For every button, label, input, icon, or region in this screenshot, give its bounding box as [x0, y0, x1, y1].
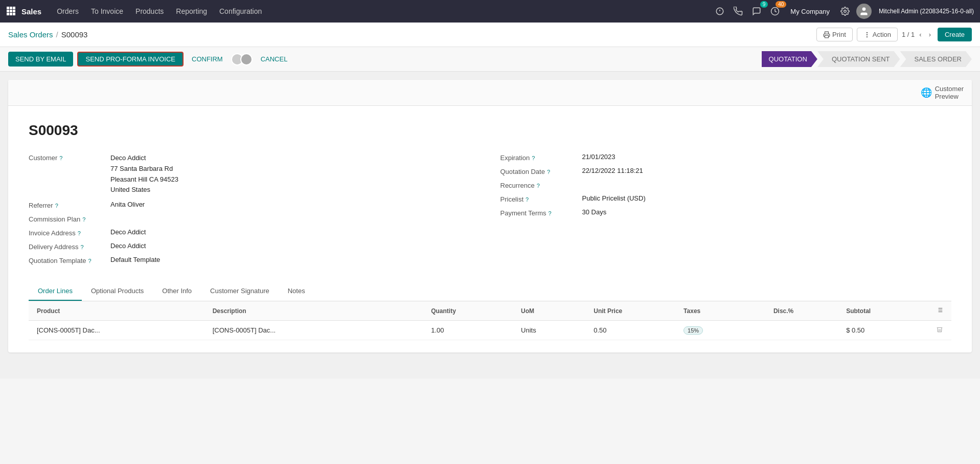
- tab-notes[interactable]: Notes: [279, 282, 314, 301]
- customer-field-row: Customer ? Deco Addict 77 Santa Barbara …: [29, 153, 480, 195]
- row-taxes: 15%: [683, 326, 769, 335]
- referrer-value[interactable]: Anita Oliver: [110, 201, 480, 208]
- clock-icon[interactable]: 40: [768, 4, 782, 18]
- expiration-label: Expiration ?: [500, 153, 582, 162]
- payment-terms-help-icon[interactable]: ?: [549, 210, 552, 216]
- nav-reporting[interactable]: Reporting: [171, 4, 212, 18]
- confirm-button[interactable]: CONFIRM: [188, 52, 227, 67]
- customer-label: Customer ?: [29, 153, 110, 162]
- tab-other-info[interactable]: Other Info: [153, 282, 201, 301]
- status-step-quotation-sent[interactable]: QUOTATION SENT: [817, 51, 900, 67]
- bug-icon[interactable]: [713, 4, 727, 18]
- commission-plan-label: Commission Plan ?: [29, 214, 110, 223]
- row-subtotal: $ 0.50: [846, 326, 932, 334]
- tab-optional-products[interactable]: Optional Products: [82, 282, 153, 301]
- recurrence-help-icon[interactable]: ?: [537, 183, 540, 189]
- nav-products[interactable]: Products: [130, 4, 169, 18]
- customer-value[interactable]: Deco Addict 77 Santa Barbara Rd Pleasant…: [110, 153, 480, 195]
- svg-rect-1: [10, 7, 12, 9]
- quotation-template-help-icon[interactable]: ?: [88, 258, 92, 264]
- table-header: Product Description Quantity UoM Unit Pr…: [29, 301, 951, 321]
- tab-order-lines[interactable]: Order Lines: [29, 282, 82, 301]
- breadcrumb-current: S00093: [61, 30, 88, 39]
- create-button[interactable]: Create: [938, 28, 972, 41]
- customer-help-icon[interactable]: ?: [59, 155, 62, 161]
- form-fields: Customer ? Deco Addict 77 Santa Barbara …: [29, 153, 951, 270]
- nav-orders[interactable]: Orders: [52, 4, 84, 18]
- delivery-address-help-icon[interactable]: ?: [81, 244, 84, 250]
- payment-terms-label: Payment Terms ?: [500, 208, 582, 217]
- expiration-value[interactable]: 21/01/2023: [582, 153, 952, 161]
- row-description: [CONS-0005T] Dac...: [213, 326, 427, 334]
- svg-rect-8: [13, 13, 15, 15]
- invoice-address-help-icon[interactable]: ?: [78, 230, 81, 236]
- document-card: 🌐 Customer Preview S00093 Customer ? Dec…: [8, 80, 972, 352]
- fields-right: Expiration ? 21/01/2023 Quotation Date ?…: [500, 153, 952, 270]
- settings-icon[interactable]: [838, 4, 852, 18]
- status-step-quotation[interactable]: QUOTATION: [762, 51, 817, 67]
- pricelist-help-icon[interactable]: ?: [526, 196, 529, 203]
- quotation-date-field-row: Quotation Date ? 22/12/2022 11:18:21: [500, 167, 952, 175]
- customer-preview-button[interactable]: 🌐 Customer Preview: [921, 85, 964, 100]
- svg-rect-5: [13, 10, 15, 12]
- customer-preview-bar: 🌐 Customer Preview: [8, 80, 972, 106]
- chat-icon[interactable]: 9: [749, 4, 764, 18]
- row-quantity: 1.00: [431, 326, 517, 334]
- fields-left: Customer ? Deco Addict 77 Santa Barbara …: [29, 153, 480, 270]
- quotation-date-label: Quotation Date ?: [500, 167, 582, 175]
- commission-plan-field-row: Commission Plan ?: [29, 214, 480, 223]
- pricelist-value[interactable]: Public Pricelist (USD): [582, 194, 952, 202]
- nav-to-invoice[interactable]: To Invoice: [86, 4, 128, 18]
- payment-terms-value[interactable]: 30 Days: [582, 208, 952, 216]
- invoice-address-field-row: Invoice Address ? Deco Addict: [29, 228, 480, 237]
- status-pipeline: QUOTATION QUOTATION SENT SALES ORDER: [762, 51, 972, 67]
- prev-record-button[interactable]: ‹: [917, 30, 924, 39]
- clock-badge: 40: [776, 1, 786, 8]
- breadcrumb: Sales Orders / S00093: [8, 30, 816, 39]
- row-action-icon[interactable]: [936, 326, 943, 335]
- recurrence-label: Recurrence ?: [500, 181, 582, 189]
- referrer-label: Referrer ?: [29, 201, 110, 209]
- quotation-date-value[interactable]: 22/12/2022 11:18:21: [582, 167, 952, 174]
- delivery-address-value[interactable]: Deco Addict: [110, 242, 480, 250]
- delivery-address-label: Delivery Address ?: [29, 242, 110, 251]
- svg-rect-15: [825, 35, 829, 38]
- row-product: [CONS-0005T] Dac...: [37, 326, 209, 334]
- svg-rect-6: [7, 13, 9, 15]
- invoice-address-label: Invoice Address ?: [29, 228, 110, 237]
- confirm-avatars: [231, 53, 253, 65]
- expiration-help-icon[interactable]: ?: [532, 155, 535, 161]
- invoice-address-value[interactable]: Deco Addict: [110, 228, 480, 236]
- svg-point-13: [844, 10, 847, 13]
- send-by-email-button[interactable]: SEND BY EMAIL: [8, 52, 73, 67]
- commission-help-icon[interactable]: ?: [82, 216, 85, 223]
- referrer-field-row: Referrer ? Anita Oliver: [29, 201, 480, 209]
- recurrence-field-row: Recurrence ?: [500, 181, 952, 189]
- breadcrumb-parent[interactable]: Sales Orders: [8, 30, 53, 39]
- company-name: My Company: [790, 8, 830, 15]
- svg-rect-7: [10, 13, 12, 15]
- grid-menu-icon[interactable]: [6, 6, 15, 17]
- status-step-sales-order[interactable]: SALES ORDER: [900, 51, 972, 67]
- avatar[interactable]: [856, 4, 872, 19]
- col-actions: [936, 306, 943, 315]
- col-taxes: Taxes: [683, 307, 769, 315]
- table-row[interactable]: [CONS-0005T] Dac... [CONS-0005T] Dac... …: [29, 321, 951, 340]
- customer-preview-label: Customer Preview: [935, 85, 964, 100]
- quotation-template-value[interactable]: Default Template: [110, 256, 480, 263]
- tab-customer-signature[interactable]: Customer Signature: [201, 282, 279, 301]
- globe-icon: 🌐: [921, 87, 932, 98]
- print-button[interactable]: Print: [816, 28, 853, 41]
- phone-icon[interactable]: [731, 4, 745, 18]
- nav-configuration[interactable]: Configuration: [214, 4, 267, 18]
- action-button[interactable]: Action: [857, 28, 898, 41]
- tabs-bar: Order Lines Optional Products Other Info…: [29, 282, 951, 301]
- col-description: Description: [213, 307, 427, 315]
- cancel-button[interactable]: CANCEL: [257, 52, 292, 67]
- confirm-avatar-2: [240, 53, 253, 65]
- quotation-date-help-icon[interactable]: ?: [547, 169, 550, 175]
- referrer-help-icon[interactable]: ?: [55, 203, 58, 209]
- next-record-button[interactable]: ›: [926, 30, 933, 39]
- document-title: S00093: [29, 122, 951, 139]
- send-proforma-invoice-button[interactable]: SEND PRO-FORMA INVOICE: [77, 52, 184, 67]
